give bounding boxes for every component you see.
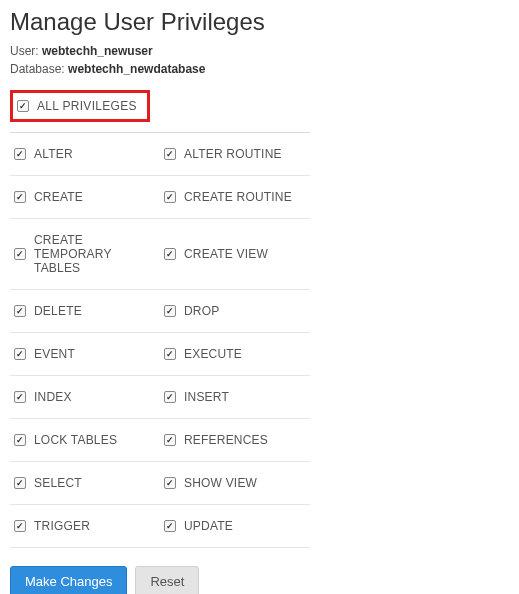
- privilege-cell[interactable]: INDEX: [10, 376, 160, 418]
- privilege-row: CREATE TEMPORARY TABLESCREATE VIEW: [10, 219, 310, 290]
- privilege-label: REFERENCES: [184, 433, 268, 447]
- privilege-checkbox[interactable]: [164, 148, 176, 160]
- privilege-cell[interactable]: UPDATE: [160, 505, 310, 547]
- privilege-label: TRIGGER: [34, 519, 90, 533]
- privilege-label: CREATE: [34, 190, 83, 204]
- privilege-cell[interactable]: DROP: [160, 290, 310, 332]
- reset-button[interactable]: Reset: [135, 566, 199, 594]
- privilege-cell[interactable]: CREATE: [10, 176, 160, 218]
- privilege-checkbox[interactable]: [164, 348, 176, 360]
- user-meta: User: webtechh_newuser: [10, 44, 509, 58]
- all-privileges-row: ALL PRIVILEGES: [10, 90, 150, 122]
- privilege-checkbox[interactable]: [14, 348, 26, 360]
- privilege-checkbox[interactable]: [164, 520, 176, 532]
- privilege-checkbox[interactable]: [14, 434, 26, 446]
- privilege-cell[interactable]: ALTER ROUTINE: [160, 133, 310, 175]
- database-meta: Database: webtechh_newdatabase: [10, 62, 509, 76]
- privilege-cell[interactable]: REFERENCES: [160, 419, 310, 461]
- privilege-label: SELECT: [34, 476, 82, 490]
- privilege-checkbox[interactable]: [14, 191, 26, 203]
- user-value: webtechh_newuser: [42, 44, 153, 58]
- privilege-checkbox[interactable]: [14, 148, 26, 160]
- privilege-checkbox[interactable]: [164, 391, 176, 403]
- privilege-cell[interactable]: CREATE TEMPORARY TABLES: [10, 219, 160, 289]
- privilege-row: TRIGGERUPDATE: [10, 505, 310, 548]
- privilege-cell[interactable]: CREATE ROUTINE: [160, 176, 310, 218]
- privilege-label: ALTER: [34, 147, 73, 161]
- privilege-label: CREATE VIEW: [184, 247, 268, 261]
- privilege-row: DELETEDROP: [10, 290, 310, 333]
- privilege-row: CREATECREATE ROUTINE: [10, 176, 310, 219]
- privilege-cell[interactable]: TRIGGER: [10, 505, 160, 547]
- database-label: Database:: [10, 62, 65, 76]
- privilege-cell[interactable]: EXECUTE: [160, 333, 310, 375]
- privilege-label: INDEX: [34, 390, 72, 404]
- make-changes-button[interactable]: Make Changes: [10, 566, 127, 594]
- privilege-cell[interactable]: LOCK TABLES: [10, 419, 160, 461]
- privilege-row: EVENTEXECUTE: [10, 333, 310, 376]
- privilege-checkbox[interactable]: [164, 305, 176, 317]
- privilege-cell[interactable]: SHOW VIEW: [160, 462, 310, 504]
- privilege-row: LOCK TABLESREFERENCES: [10, 419, 310, 462]
- privilege-cell[interactable]: ALTER: [10, 133, 160, 175]
- privilege-row: SELECTSHOW VIEW: [10, 462, 310, 505]
- privilege-label: SHOW VIEW: [184, 476, 257, 490]
- privilege-cell[interactable]: CREATE VIEW: [160, 219, 310, 289]
- privilege-label: LOCK TABLES: [34, 433, 117, 447]
- privilege-label: ALTER ROUTINE: [184, 147, 282, 161]
- privilege-checkbox[interactable]: [14, 391, 26, 403]
- privilege-checkbox[interactable]: [14, 305, 26, 317]
- database-value: webtechh_newdatabase: [68, 62, 205, 76]
- privileges-grid: ALTERALTER ROUTINECREATECREATE ROUTINECR…: [10, 133, 310, 548]
- privilege-cell[interactable]: EVENT: [10, 333, 160, 375]
- privilege-label: DELETE: [34, 304, 82, 318]
- privilege-label: EVENT: [34, 347, 75, 361]
- privilege-cell[interactable]: DELETE: [10, 290, 160, 332]
- privilege-checkbox[interactable]: [164, 248, 176, 260]
- privilege-cell[interactable]: SELECT: [10, 462, 160, 504]
- all-privileges-checkbox[interactable]: [17, 100, 29, 112]
- privilege-checkbox[interactable]: [164, 191, 176, 203]
- privilege-label: CREATE ROUTINE: [184, 190, 292, 204]
- actions-row: Make Changes Reset: [10, 566, 509, 594]
- privilege-checkbox[interactable]: [164, 434, 176, 446]
- privilege-checkbox[interactable]: [164, 477, 176, 489]
- privilege-label: EXECUTE: [184, 347, 242, 361]
- privilege-label: UPDATE: [184, 519, 233, 533]
- privilege-cell[interactable]: INSERT: [160, 376, 310, 418]
- all-privileges-label: ALL PRIVILEGES: [37, 99, 137, 113]
- privilege-checkbox[interactable]: [14, 477, 26, 489]
- privilege-checkbox[interactable]: [14, 248, 26, 260]
- privilege-row: ALTERALTER ROUTINE: [10, 133, 310, 176]
- privilege-label: DROP: [184, 304, 219, 318]
- privilege-row: INDEXINSERT: [10, 376, 310, 419]
- privilege-label: CREATE TEMPORARY TABLES: [34, 233, 156, 275]
- privilege-checkbox[interactable]: [14, 520, 26, 532]
- privilege-label: INSERT: [184, 390, 229, 404]
- user-label: User:: [10, 44, 39, 58]
- page-title: Manage User Privileges: [10, 8, 509, 36]
